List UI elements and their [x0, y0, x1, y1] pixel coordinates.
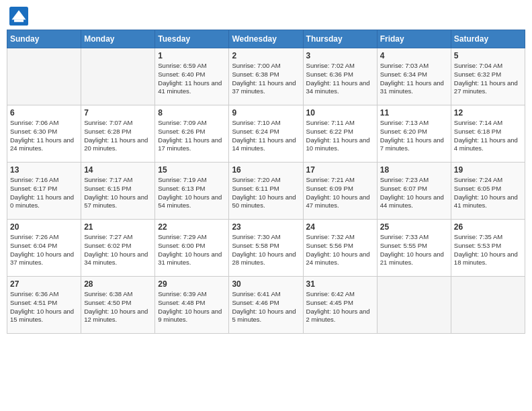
day-info: Sunrise: 7:00 AM Sunset: 6:38 PM Dayligh… — [232, 62, 300, 96]
calendar-table: SundayMondayTuesdayWednesdayThursdayFrid… — [7, 30, 525, 334]
day-number: 25 — [380, 222, 448, 232]
calendar-cell — [7, 48, 81, 105]
day-number: 10 — [306, 108, 374, 118]
day-info: Sunrise: 7:33 AM Sunset: 5:55 PM Dayligh… — [380, 233, 448, 267]
day-number: 3 — [306, 51, 374, 60]
calendar-cell: 8Sunrise: 7:09 AM Sunset: 6:26 PM Daylig… — [155, 105, 229, 163]
weekday-header-tuesday: Tuesday — [155, 30, 229, 48]
svg-rect-2 — [14, 19, 24, 22]
calendar-cell: 29Sunrise: 6:39 AM Sunset: 4:48 PM Dayli… — [155, 277, 229, 334]
calendar-cell: 10Sunrise: 7:11 AM Sunset: 6:22 PM Dayli… — [303, 105, 377, 163]
day-number: 12 — [454, 108, 522, 118]
day-info: Sunrise: 7:23 AM Sunset: 6:07 PM Dayligh… — [380, 176, 448, 210]
day-info: Sunrise: 7:04 AM Sunset: 6:32 PM Dayligh… — [454, 62, 522, 96]
day-info: Sunrise: 6:38 AM Sunset: 4:50 PM Dayligh… — [84, 290, 152, 324]
day-number: 5 — [454, 51, 522, 60]
calendar-cell: 7Sunrise: 7:07 AM Sunset: 6:28 PM Daylig… — [81, 105, 155, 163]
day-number: 14 — [84, 165, 152, 175]
day-number: 29 — [158, 279, 226, 289]
calendar-week-4: 20Sunrise: 7:26 AM Sunset: 6:04 PM Dayli… — [7, 220, 525, 277]
day-number: 28 — [84, 279, 152, 289]
calendar-cell: 31Sunrise: 6:42 AM Sunset: 4:45 PM Dayli… — [303, 277, 377, 334]
weekday-header-friday: Friday — [377, 30, 451, 48]
day-number: 11 — [380, 108, 448, 118]
day-number: 7 — [84, 108, 152, 118]
page-header — [7, 7, 525, 26]
day-number: 20 — [10, 222, 78, 232]
weekday-header-thursday: Thursday — [303, 30, 377, 48]
day-info: Sunrise: 7:13 AM Sunset: 6:20 PM Dayligh… — [380, 119, 448, 153]
calendar-cell: 24Sunrise: 7:32 AM Sunset: 5:56 PM Dayli… — [303, 220, 377, 277]
calendar-cell: 27Sunrise: 6:36 AM Sunset: 4:51 PM Dayli… — [7, 277, 81, 334]
day-info: Sunrise: 7:30 AM Sunset: 5:58 PM Dayligh… — [232, 233, 300, 267]
calendar-week-1: 1Sunrise: 6:59 AM Sunset: 6:40 PM Daylig… — [7, 48, 525, 105]
calendar-cell — [81, 48, 155, 105]
day-info: Sunrise: 7:14 AM Sunset: 6:18 PM Dayligh… — [454, 119, 522, 153]
day-info: Sunrise: 7:09 AM Sunset: 6:26 PM Dayligh… — [158, 119, 226, 153]
calendar-cell: 6Sunrise: 7:06 AM Sunset: 6:30 PM Daylig… — [7, 105, 81, 163]
logo-icon — [9, 7, 28, 26]
day-number: 4 — [380, 51, 448, 60]
calendar-cell: 1Sunrise: 6:59 AM Sunset: 6:40 PM Daylig… — [155, 48, 229, 105]
day-number: 27 — [10, 279, 78, 289]
weekday-header-wednesday: Wednesday — [229, 30, 303, 48]
weekday-header-sunday: Sunday — [7, 30, 81, 48]
calendar-week-2: 6Sunrise: 7:06 AM Sunset: 6:30 PM Daylig… — [7, 105, 525, 163]
calendar-cell: 30Sunrise: 6:41 AM Sunset: 4:46 PM Dayli… — [229, 277, 303, 334]
calendar-cell: 18Sunrise: 7:23 AM Sunset: 6:07 PM Dayli… — [377, 163, 451, 220]
day-info: Sunrise: 7:21 AM Sunset: 6:09 PM Dayligh… — [306, 176, 374, 210]
calendar-cell: 26Sunrise: 7:35 AM Sunset: 5:53 PM Dayli… — [451, 220, 525, 277]
day-info: Sunrise: 7:35 AM Sunset: 5:53 PM Dayligh… — [454, 233, 522, 267]
day-number: 17 — [306, 165, 374, 175]
day-number: 18 — [380, 165, 448, 175]
calendar-cell: 3Sunrise: 7:02 AM Sunset: 6:36 PM Daylig… — [303, 48, 377, 105]
day-number: 8 — [158, 108, 226, 118]
day-number: 30 — [232, 279, 300, 289]
calendar-cell: 11Sunrise: 7:13 AM Sunset: 6:20 PM Dayli… — [377, 105, 451, 163]
day-info: Sunrise: 7:32 AM Sunset: 5:56 PM Dayligh… — [306, 233, 374, 267]
weekday-header-monday: Monday — [81, 30, 155, 48]
calendar-cell: 4Sunrise: 7:03 AM Sunset: 6:34 PM Daylig… — [377, 48, 451, 105]
calendar-cell: 2Sunrise: 7:00 AM Sunset: 6:38 PM Daylig… — [229, 48, 303, 105]
calendar-header: SundayMondayTuesdayWednesdayThursdayFrid… — [7, 30, 525, 48]
day-number: 24 — [306, 222, 374, 232]
day-number: 15 — [158, 165, 226, 175]
day-info: Sunrise: 7:11 AM Sunset: 6:22 PM Dayligh… — [306, 119, 374, 153]
day-number: 22 — [158, 222, 226, 232]
day-number: 6 — [10, 108, 78, 118]
calendar-cell: 21Sunrise: 7:27 AM Sunset: 6:02 PM Dayli… — [81, 220, 155, 277]
calendar-cell: 20Sunrise: 7:26 AM Sunset: 6:04 PM Dayli… — [7, 220, 81, 277]
calendar-cell: 19Sunrise: 7:24 AM Sunset: 6:05 PM Dayli… — [451, 163, 525, 220]
day-number: 23 — [232, 222, 300, 232]
day-info: Sunrise: 7:02 AM Sunset: 6:36 PM Dayligh… — [306, 62, 374, 96]
day-number: 2 — [232, 51, 300, 60]
day-info: Sunrise: 6:41 AM Sunset: 4:46 PM Dayligh… — [232, 290, 300, 324]
calendar-cell: 14Sunrise: 7:17 AM Sunset: 6:15 PM Dayli… — [81, 163, 155, 220]
day-info: Sunrise: 7:19 AM Sunset: 6:13 PM Dayligh… — [158, 176, 226, 210]
calendar-cell: 23Sunrise: 7:30 AM Sunset: 5:58 PM Dayli… — [229, 220, 303, 277]
calendar-cell: 16Sunrise: 7:20 AM Sunset: 6:11 PM Dayli… — [229, 163, 303, 220]
day-number: 13 — [10, 165, 78, 175]
day-info: Sunrise: 7:06 AM Sunset: 6:30 PM Dayligh… — [10, 119, 78, 153]
day-info: Sunrise: 7:16 AM Sunset: 6:17 PM Dayligh… — [10, 176, 78, 210]
day-info: Sunrise: 7:10 AM Sunset: 6:24 PM Dayligh… — [232, 119, 300, 153]
calendar-cell: 5Sunrise: 7:04 AM Sunset: 6:32 PM Daylig… — [451, 48, 525, 105]
day-info: Sunrise: 7:27 AM Sunset: 6:02 PM Dayligh… — [84, 233, 152, 267]
day-number: 21 — [84, 222, 152, 232]
day-number: 16 — [232, 165, 300, 175]
calendar-cell: 17Sunrise: 7:21 AM Sunset: 6:09 PM Dayli… — [303, 163, 377, 220]
calendar-week-5: 27Sunrise: 6:36 AM Sunset: 4:51 PM Dayli… — [7, 277, 525, 334]
calendar-cell — [377, 277, 451, 334]
calendar-cell: 25Sunrise: 7:33 AM Sunset: 5:55 PM Dayli… — [377, 220, 451, 277]
calendar-cell: 22Sunrise: 7:29 AM Sunset: 6:00 PM Dayli… — [155, 220, 229, 277]
day-info: Sunrise: 7:20 AM Sunset: 6:11 PM Dayligh… — [232, 176, 300, 210]
calendar-week-3: 13Sunrise: 7:16 AM Sunset: 6:17 PM Dayli… — [7, 163, 525, 220]
day-number: 26 — [454, 222, 522, 232]
day-number: 1 — [158, 51, 226, 60]
day-info: Sunrise: 7:17 AM Sunset: 6:15 PM Dayligh… — [84, 176, 152, 210]
weekday-header-saturday: Saturday — [451, 30, 525, 48]
day-info: Sunrise: 6:39 AM Sunset: 4:48 PM Dayligh… — [158, 290, 226, 324]
calendar-cell: 12Sunrise: 7:14 AM Sunset: 6:18 PM Dayli… — [451, 105, 525, 163]
day-info: Sunrise: 7:07 AM Sunset: 6:28 PM Dayligh… — [84, 119, 152, 153]
logo — [9, 7, 31, 26]
